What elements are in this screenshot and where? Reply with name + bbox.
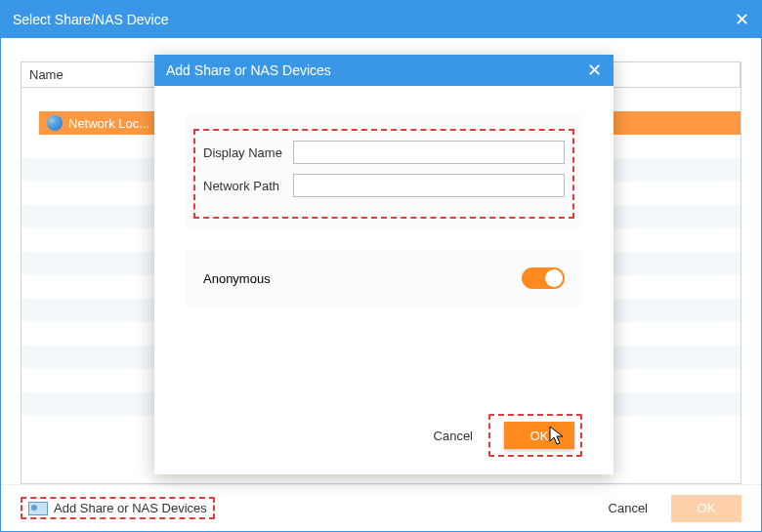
outer-titlebar: Select Share/NAS Device ✕	[1, 1, 761, 38]
display-name-row: Display Name	[203, 141, 565, 164]
nas-device-icon	[28, 502, 48, 515]
inner-ok-button[interactable]: OK	[504, 422, 574, 449]
anonymous-toggle[interactable]	[522, 267, 565, 289]
add-share-label: Add Share or NAS Devices	[54, 501, 207, 515]
network-path-label: Network Path	[203, 179, 293, 193]
inner-title: Add Share or NAS Devices	[166, 62, 331, 78]
display-name-label: Display Name	[203, 145, 293, 160]
anonymous-block: Anonymous	[186, 250, 582, 307]
network-path-row: Network Path	[203, 174, 565, 197]
inner-titlebar: Add Share or NAS Devices ✕	[154, 55, 614, 86]
inner-footer: Cancel OK	[410, 414, 582, 457]
inner-cancel-button[interactable]: Cancel	[418, 422, 488, 449]
list-item-label: Network Loc...	[68, 116, 149, 131]
add-share-highlight: Add Share or NAS Devices	[21, 497, 215, 519]
outer-title: Select Share/NAS Device	[13, 12, 169, 27]
globe-icon	[47, 115, 63, 131]
add-share-link[interactable]: Add Share or NAS Devices	[28, 501, 207, 515]
form-block: Display Name Network Path	[186, 113, 582, 228]
close-icon[interactable]: ✕	[587, 60, 602, 81]
outer-footer: Add Share or NAS Devices Cancel OK	[1, 484, 761, 531]
outer-cancel-button[interactable]: Cancel	[593, 495, 663, 522]
display-name-input[interactable]	[293, 141, 565, 164]
inner-body: Display Name Network Path Anonymous	[154, 86, 614, 307]
anonymous-label: Anonymous	[203, 271, 271, 286]
network-path-input[interactable]	[293, 174, 565, 197]
close-icon[interactable]: ✕	[735, 9, 749, 30]
add-share-dialog: Add Share or NAS Devices ✕ Display Name …	[154, 55, 614, 474]
outer-ok-button[interactable]: OK	[671, 495, 741, 522]
toggle-knob	[545, 269, 563, 287]
ok-highlight: OK	[488, 414, 582, 457]
